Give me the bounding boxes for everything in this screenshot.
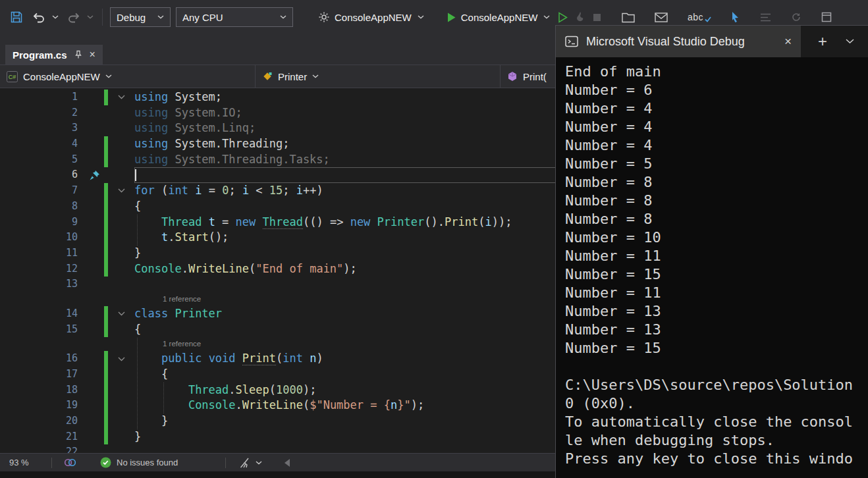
line-number[interactable]: 8: [0, 199, 84, 215]
save-button[interactable]: [5, 6, 28, 28]
terminal-line: Number = 4: [565, 118, 868, 136]
line-number[interactable]: 22: [0, 444, 84, 453]
redo-button[interactable]: [63, 6, 97, 28]
terminal-tab-title: Microsoft Visual Studio Debug: [586, 35, 763, 49]
line-number[interactable]: 13: [0, 277, 84, 292]
terminal-tab[interactable]: Microsoft Visual Studio Debug ×: [556, 26, 801, 57]
spell-check-label: abc: [688, 12, 703, 22]
glyph-margin: [84, 413, 104, 429]
line-number[interactable]: 11: [0, 246, 84, 261]
sync-icon[interactable]: [64, 458, 76, 467]
line-number[interactable]: 21: [0, 429, 84, 445]
line-number[interactable]: 14: [0, 306, 84, 322]
check-circle-icon: [100, 457, 111, 468]
chevron-down-icon[interactable]: [846, 39, 854, 44]
glyph-margin: [84, 230, 104, 246]
startup-project-button[interactable]: ConsoleAppNEW: [314, 6, 428, 28]
chevron-down-icon: [543, 15, 550, 19]
terminal-line: Press any key to close this windo: [565, 450, 868, 468]
window-layout-icon[interactable]: [821, 12, 832, 22]
fold-chevron-icon[interactable]: [108, 183, 134, 199]
tab-program-cs[interactable]: Program.cs ×: [5, 45, 103, 65]
svg-text:C#: C#: [9, 74, 16, 80]
glyph-margin: [84, 306, 104, 322]
terminal-line: Number = 4: [565, 99, 868, 118]
chevron-down-icon: [312, 74, 319, 78]
fold-margin: [108, 383, 134, 398]
terminal-line: Number = 6: [565, 81, 868, 99]
new-tab-icon[interactable]: +: [818, 32, 827, 51]
run-to-click-icon[interactable]: [731, 11, 740, 23]
pin-tab-icon[interactable]: [74, 50, 82, 59]
spell-check-button[interactable]: abc: [688, 12, 711, 22]
fold-chevron-icon[interactable]: [108, 351, 134, 367]
line-number[interactable]: 12: [0, 261, 84, 277]
chevron-down-icon: [87, 15, 94, 19]
solution-config-combo[interactable]: Debug: [110, 7, 171, 27]
chevron-down-icon: [157, 15, 164, 19]
undo-button[interactable]: [28, 6, 63, 28]
terminal-line: Number = 8: [565, 210, 868, 228]
line-number[interactable]: 2: [0, 105, 84, 121]
terminal-line: Number = 8: [565, 173, 868, 192]
undo-icon: [32, 11, 46, 24]
hscroll-left-arrow[interactable]: [285, 459, 290, 467]
line-number[interactable]: 5: [0, 152, 84, 168]
line-number[interactable]: 16: [0, 351, 84, 367]
platform-label: Any CPU: [182, 12, 223, 23]
refresh-icon[interactable]: [791, 12, 801, 22]
tab-label: Program.cs: [13, 49, 67, 61]
class-icon: [262, 71, 273, 82]
glyph-margin: [84, 105, 104, 121]
chevron-down-icon: [418, 15, 424, 19]
line-number[interactable]: 9: [0, 215, 84, 230]
start-debug-button[interactable]: ConsoleAppNEW: [443, 6, 555, 28]
terminal-tab-bar: Microsoft Visual Studio Debug × +: [556, 26, 868, 57]
line-number[interactable]: 7: [0, 183, 84, 199]
line-number[interactable]: 17: [0, 367, 84, 383]
fold-margin: [108, 230, 134, 246]
fold-chevron-icon[interactable]: [108, 306, 134, 322]
status-separator: [225, 458, 226, 468]
status-separator: [51, 458, 52, 468]
fold-margin: [108, 246, 134, 261]
broom-icon: [239, 457, 252, 469]
line-number[interactable]: 18: [0, 383, 84, 398]
fold-margin: [108, 413, 134, 429]
glyph-margin: [84, 444, 104, 453]
close-icon[interactable]: ×: [784, 34, 792, 49]
project-dropdown[interactable]: C# ConsoleAppNEW: [0, 65, 256, 88]
glyph-margin: [84, 398, 104, 413]
run-target-label: ConsoleAppNEW: [461, 12, 538, 23]
line-number[interactable]: 19: [0, 398, 84, 413]
pin-icon[interactable]: [84, 167, 104, 183]
fold-margin: [108, 444, 134, 453]
line-number[interactable]: 1: [0, 90, 84, 105]
line-number[interactable]: 10: [0, 230, 84, 246]
list-icon[interactable]: [760, 13, 771, 22]
terminal-line: Number = 10: [565, 228, 868, 247]
code-cleanup-button[interactable]: [239, 457, 262, 469]
flame-icon: [576, 11, 585, 23]
folder-open-icon[interactable]: [622, 12, 635, 23]
terminal-output[interactable]: End of mainNumber = 6Number = 4Number = …: [556, 57, 868, 478]
line-number[interactable]: 6: [0, 167, 84, 183]
line-number[interactable]: 15: [0, 322, 84, 338]
fold-chevron-icon[interactable]: [108, 90, 134, 105]
csharp-file-icon: C#: [7, 71, 18, 82]
glyph-margin: [84, 136, 104, 152]
close-icon[interactable]: ×: [90, 49, 95, 61]
line-number[interactable]: 3: [0, 120, 84, 136]
glyph-margin: [84, 277, 104, 292]
line-number[interactable]: 4: [0, 136, 84, 152]
terminal-line: Number = 11: [565, 247, 868, 265]
gear-icon: [318, 11, 330, 23]
chevron-down-icon: [256, 461, 262, 465]
terminal-line: C:\Users\DS\source\repos\Solution: [565, 376, 868, 394]
line-number[interactable]: 20: [0, 413, 84, 429]
type-dropdown[interactable]: Printer: [256, 65, 501, 88]
platform-combo[interactable]: Any CPU: [176, 7, 293, 27]
mail-icon[interactable]: [655, 13, 668, 22]
zoom-control[interactable]: 93 %: [0, 458, 51, 467]
document-health-indicator[interactable]: No issues found: [100, 457, 178, 468]
